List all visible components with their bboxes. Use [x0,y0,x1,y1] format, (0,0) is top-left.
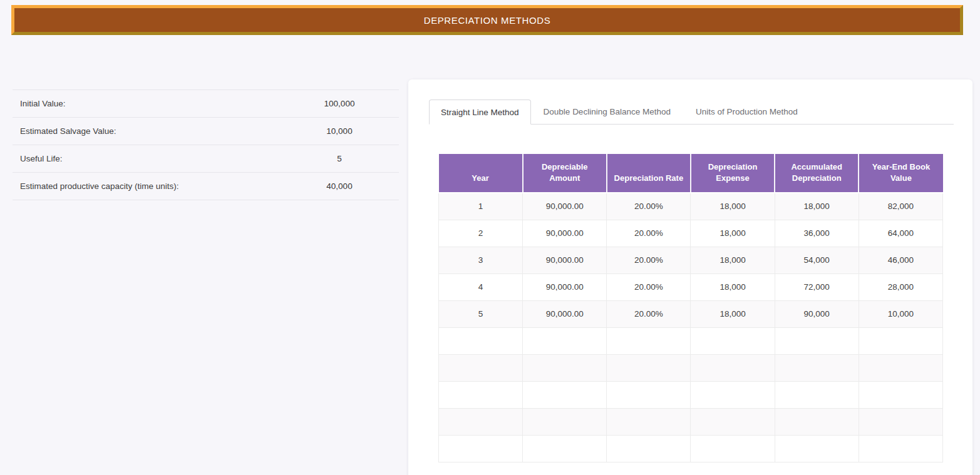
table-row: 490,000.0020.00%18,00072,00028,000 [439,273,943,300]
column-header-depreciation-rate: Depreciation Rate [607,154,691,193]
table-cell [439,381,523,408]
table-cell: 10,000 [859,300,942,327]
table-row: 390,000.0020.00%18,00054,00046,000 [439,247,943,273]
tab-bar: Straight Line MethodDouble Declining Bal… [429,100,954,125]
table-cell: 20.00% [607,247,691,273]
input-value-field[interactable]: 100,000 [280,99,399,108]
input-row: Estimated productive capacity (time unit… [13,172,399,200]
table-cell: 20.00% [607,220,691,247]
table-row [439,354,943,381]
table-cell [439,435,523,462]
table-cell [691,408,775,435]
input-label: Estimated Salvage Value: [20,126,116,136]
table-cell: 20.00% [607,193,691,220]
table-cell: 18,000 [775,193,859,220]
table-cell: 18,000 [691,220,775,247]
table-cell [859,408,942,435]
input-label: Useful Life: [20,154,63,163]
table-cell [775,435,859,462]
depreciation-table: YearDepreciable AmountDepreciation RateD… [438,154,943,462]
table-cell: 90,000.00 [523,300,607,327]
table-cell [607,354,691,381]
depreciation-table-wrap: YearDepreciable AmountDepreciation RateD… [438,154,972,462]
table-row [439,435,943,462]
table-row [439,327,943,354]
table-cell [439,327,523,354]
column-header-accumulated-depreciation: Accumulated Depreciation [775,154,859,193]
table-cell: 72,000 [775,273,859,300]
table-cell: 1 [439,193,523,220]
table-cell [607,435,691,462]
table-cell: 18,000 [691,193,775,220]
table-cell: 20.00% [607,273,691,300]
table-cell [607,408,691,435]
column-header-depreciable-amount: Depreciable Amount [523,154,607,193]
tab-double-declining-balance-method[interactable]: Double Declining Balance Method [531,100,683,125]
table-cell [859,381,942,408]
table-body: 190,000.0020.00%18,00018,00082,000290,00… [439,193,943,462]
table-cell [775,354,859,381]
table-cell [691,381,775,408]
table-row [439,408,943,435]
inputs-panel: Initial Value: 100,000 Estimated Salvage… [13,89,399,200]
banner: DEPRECIATION METHODS [11,5,963,35]
table-cell: 46,000 [859,247,942,273]
table-cell: 5 [439,300,523,327]
input-value-field[interactable]: 10,000 [280,126,399,136]
table-cell: 4 [439,273,523,300]
table-cell: 90,000.00 [523,273,607,300]
table-cell: 90,000.00 [523,193,607,220]
table-cell: 18,000 [691,247,775,273]
table-cell: 2 [439,220,523,247]
table-cell [691,435,775,462]
table-header-row: YearDepreciable AmountDepreciation RateD… [439,154,943,193]
table-cell: 90,000.00 [523,247,607,273]
table-cell: 82,000 [859,193,942,220]
tab-straight-line-method[interactable]: Straight Line Method [429,100,531,125]
table-cell [439,408,523,435]
table-cell: 64,000 [859,220,942,247]
table-cell [523,327,607,354]
input-row: Initial Value: 100,000 [13,89,399,117]
table-cell [775,327,859,354]
table-cell: 36,000 [775,220,859,247]
input-value-field[interactable]: 40,000 [280,181,399,191]
column-header-depreciation-expense: Depreciation Expense [691,154,775,193]
table-row [439,381,943,408]
input-row: Useful Life: 5 [13,145,399,172]
table-cell [691,354,775,381]
table-cell [859,435,942,462]
table-cell [523,354,607,381]
column-header-year-end-book-value: Year-End Book Value [859,154,942,193]
table-cell [523,408,607,435]
table-cell: 90,000.00 [523,220,607,247]
table-cell [439,354,523,381]
table-cell: 90,000 [775,300,859,327]
table-cell [607,381,691,408]
tab-units-of-production-method[interactable]: Units of Production Method [683,100,810,125]
table-row: 290,000.0020.00%18,00036,00064,000 [439,220,943,247]
table-row: 590,000.0020.00%18,00090,00010,000 [439,300,943,327]
table-cell: 18,000 [691,300,775,327]
results-card: Straight Line MethodDouble Declining Bal… [408,79,972,475]
table-row: 190,000.0020.00%18,00018,00082,000 [439,193,943,220]
table-cell: 20.00% [607,300,691,327]
table-cell [775,408,859,435]
table-cell: 18,000 [691,273,775,300]
table-cell [523,435,607,462]
table-cell: 28,000 [859,273,942,300]
input-label: Estimated productive capacity (time unit… [20,181,179,191]
table-cell: 54,000 [775,247,859,273]
table-cell: 3 [439,247,523,273]
table-cell [523,381,607,408]
table-cell [691,327,775,354]
table-cell [607,327,691,354]
input-label: Initial Value: [20,99,66,108]
page-title: DEPRECIATION METHODS [424,15,551,26]
table-cell [775,381,859,408]
column-header-year: Year [439,154,523,193]
table-cell [859,327,942,354]
input-row: Estimated Salvage Value: 10,000 [13,117,399,145]
input-value-field[interactable]: 5 [280,154,399,163]
table-cell [859,354,942,381]
